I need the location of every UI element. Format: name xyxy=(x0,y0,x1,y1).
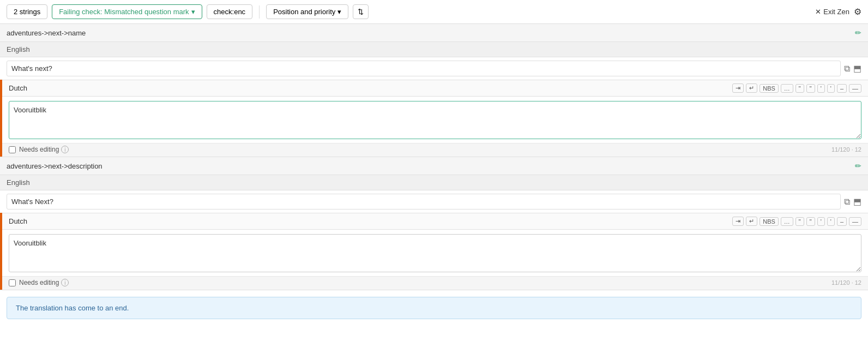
open-squote-button-1[interactable]: ' xyxy=(817,84,825,93)
source-input-wrapper-2: ⧉ ⬒ xyxy=(0,190,868,213)
newline-button-1[interactable]: ↵ xyxy=(746,83,757,93)
needs-editing-row-2: Needs editing i 11/120 · 12 xyxy=(2,276,868,290)
end-of-translation-banner: The translation has come to an end. xyxy=(7,297,861,319)
source-field-1[interactable] xyxy=(7,61,841,76)
dropdown-arrow-icon: ▾ xyxy=(191,8,195,16)
needs-editing-checkbox-1[interactable] xyxy=(9,146,16,153)
edit-key-icon-2[interactable]: ✏ xyxy=(855,161,861,170)
needs-editing-label-1: Needs editing i xyxy=(19,146,69,153)
position-dropdown-arrow-icon: ▾ xyxy=(337,8,341,16)
newline-button-2[interactable]: ↵ xyxy=(746,217,757,226)
lang-header-english-2: English xyxy=(0,175,868,190)
sliders-icon: ⚙ xyxy=(854,7,861,16)
en-dash-button-2[interactable]: – xyxy=(837,217,847,226)
close-squote-button-1[interactable]: ' xyxy=(827,84,835,93)
close-dquote-button-2[interactable]: " xyxy=(806,217,815,226)
sort-order-button[interactable]: ⇅ xyxy=(353,4,369,19)
open-dquote-button-1[interactable]: " xyxy=(795,84,804,93)
string-key-row-1: adventures->next->name ✏ xyxy=(0,24,868,41)
dutch-section-2: Dutch ⇥ ↵ NBS … " " ' ' – — Vooruitblik xyxy=(0,213,868,290)
exit-zen-button[interactable]: ✕ Exit Zen xyxy=(815,8,849,16)
exit-zen-label: Exit Zen xyxy=(823,8,849,16)
translation-textarea-1[interactable]: Vooruitblik xyxy=(9,101,861,139)
lang-toolbar-2: ⇥ ↵ NBS … " " ' ' – — xyxy=(732,217,861,226)
english-lang-label-2: English xyxy=(7,178,30,187)
needs-editing-row-1: Needs editing i 11/120 · 12 xyxy=(2,143,868,157)
open-dquote-button-2[interactable]: " xyxy=(795,217,804,226)
end-banner-text: The translation has come to an end. xyxy=(16,304,129,312)
lang-toolbar-1: ⇥ ↵ NBS … " " ' ' – — xyxy=(732,83,861,93)
open-squote-button-2[interactable]: ' xyxy=(817,217,825,226)
strings-count-button[interactable]: 2 strings xyxy=(7,4,47,19)
close-icon: ✕ xyxy=(815,8,821,16)
needs-editing-label-2: Needs editing i xyxy=(19,279,69,286)
string-key-row-2: adventures->next->description ✏ xyxy=(0,157,868,175)
dutch-header-1: Dutch ⇥ ↵ NBS … " " ' ' – — xyxy=(2,80,868,97)
main-content: adventures->next->name ✏ English ⧉ ⬒ Dut… xyxy=(0,24,868,319)
needs-editing-checkbox-2[interactable] xyxy=(9,279,16,286)
nbs-button-2[interactable]: NBS xyxy=(760,217,779,226)
sort-icon: ⇅ xyxy=(358,8,364,16)
needs-editing-info-icon-1: i xyxy=(61,146,69,153)
dutch-lang-label-1: Dutch xyxy=(9,84,27,92)
main-toolbar: 2 strings Failing check: Mismatched ques… xyxy=(0,0,868,24)
advanced-filter-button[interactable]: ⚙ xyxy=(854,7,861,17)
copy-source-alt-button-2[interactable]: ⬒ xyxy=(853,196,861,207)
em-dash-button-1[interactable]: — xyxy=(849,84,861,93)
nbs-button-1[interactable]: NBS xyxy=(760,84,779,93)
translation-textarea-2[interactable]: Vooruitblik xyxy=(9,234,861,272)
copy-source-button-2[interactable]: ⧉ xyxy=(844,197,850,207)
source-input-wrapper-1: ⧉ ⬒ xyxy=(0,57,868,80)
en-dash-button-1[interactable]: – xyxy=(837,84,847,93)
dutch-header-2: Dutch ⇥ ↵ NBS … " " ' ' – — xyxy=(2,213,868,230)
lang-header-english-1: English xyxy=(0,41,868,57)
position-priority-button[interactable]: Position and priority ▾ xyxy=(266,4,348,19)
string-key-2: adventures->next->description xyxy=(7,162,103,170)
dutch-lang-label-2: Dutch xyxy=(9,217,27,225)
copy-source-button-1[interactable]: ⧉ xyxy=(844,64,850,74)
dutch-section-1: Dutch ⇥ ↵ NBS … " " ' ' – — Vooruitblik xyxy=(0,80,868,157)
tab-char-button-1[interactable]: ⇥ xyxy=(732,83,744,93)
copy-source-alt-button-1[interactable]: ⬒ xyxy=(853,63,861,74)
string-block-1: adventures->next->name ✏ English ⧉ ⬒ Dut… xyxy=(0,24,868,157)
source-field-2[interactable] xyxy=(7,194,841,210)
failing-check-button[interactable]: Failing check: Mismatched question mark … xyxy=(52,4,202,19)
string-block-2: adventures->next->description ✏ English … xyxy=(0,157,868,290)
string-key-1: adventures->next->name xyxy=(7,29,86,37)
edit-key-icon-1[interactable]: ✏ xyxy=(855,28,861,37)
em-dash-button-2[interactable]: — xyxy=(849,217,861,226)
needs-editing-info-icon-2: i xyxy=(61,279,69,286)
char-count-1: 11/120 · 12 xyxy=(831,146,861,153)
close-dquote-button-1[interactable]: " xyxy=(806,84,815,93)
close-squote-button-2[interactable]: ' xyxy=(827,217,835,226)
failing-check-label: Failing check: Mismatched question mark xyxy=(59,8,189,16)
toolbar-divider xyxy=(259,5,260,19)
english-lang-label-1: English xyxy=(7,45,30,53)
char-count-2: 11/120 · 12 xyxy=(831,279,861,286)
tab-char-button-2[interactable]: ⇥ xyxy=(732,217,744,226)
position-priority-label: Position and priority xyxy=(273,8,335,16)
ellipsis-button-1[interactable]: … xyxy=(781,84,793,93)
check-filter-button[interactable]: check:enc xyxy=(207,4,253,19)
ellipsis-button-2[interactable]: … xyxy=(781,217,793,226)
